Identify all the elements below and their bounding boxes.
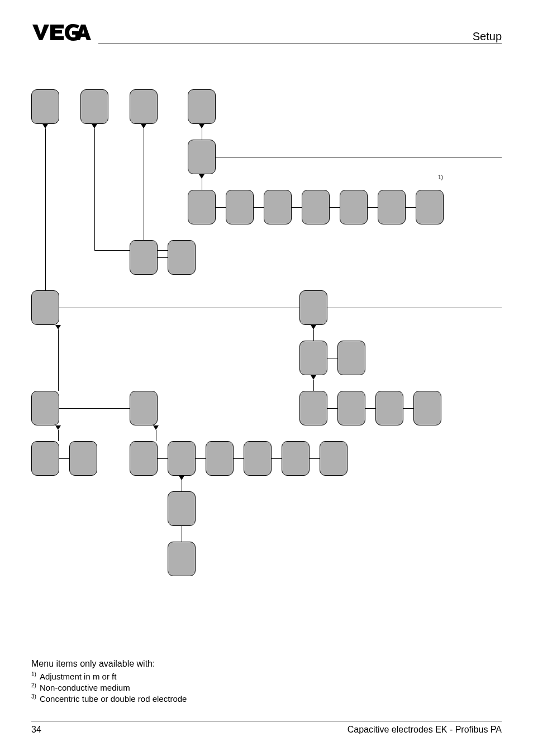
page-number: 34 xyxy=(31,725,41,735)
superscript-1-top: 1) xyxy=(438,174,443,180)
header-rule xyxy=(98,44,502,44)
section-title: Setup xyxy=(473,30,502,43)
footer-rule xyxy=(31,721,502,721)
footnote-1: 1)Adjustment in m or ft xyxy=(31,671,502,681)
menu-diagram: 1) xyxy=(31,89,502,653)
footnote-2: 2)Non-conductive medium xyxy=(31,682,502,692)
footnotes: Menu items only available with: 1)Adjust… xyxy=(31,659,502,704)
vega-logo xyxy=(31,22,93,42)
footnote-3: 3)Concentric tube or double rod electrod… xyxy=(31,693,502,704)
footer-title: Capacitive electrodes EK - Profibus PA xyxy=(348,725,502,735)
footnotes-intro: Menu items only available with: xyxy=(31,659,502,669)
